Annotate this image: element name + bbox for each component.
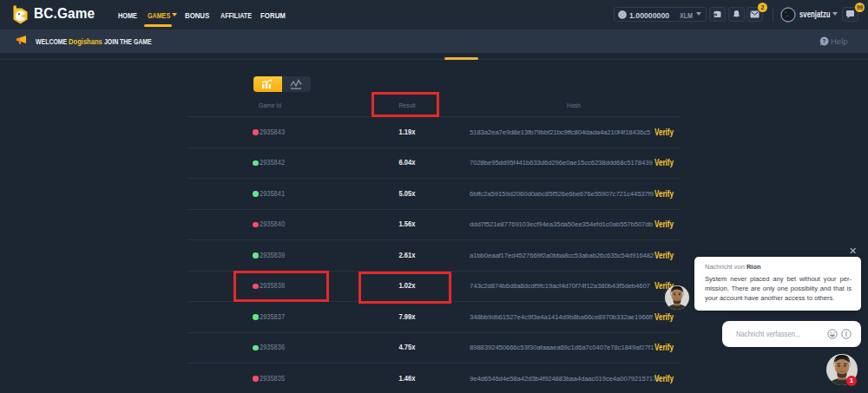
svg-text:?: ? — [822, 37, 825, 43]
